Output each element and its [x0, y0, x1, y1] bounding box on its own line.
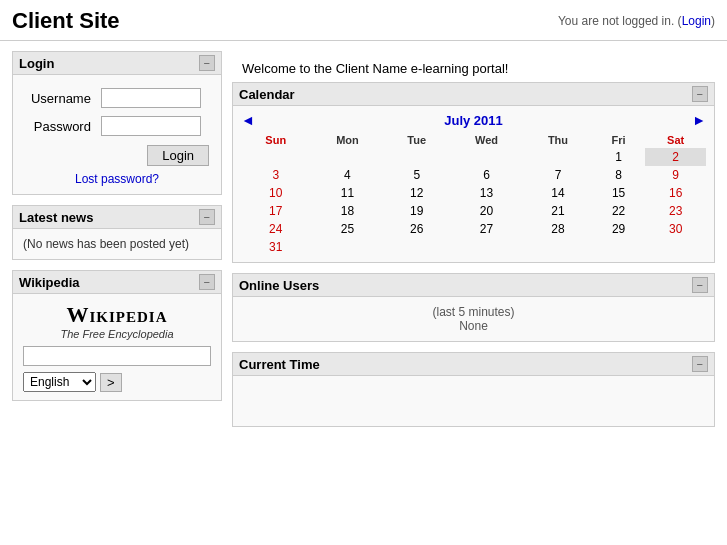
- lost-password-link[interactable]: Lost password?: [75, 172, 159, 186]
- news-box-title: Latest news: [19, 210, 93, 225]
- calendar-header-row: Sun Mon Tue Wed Thu Fri Sat: [241, 132, 706, 148]
- cal-day: 28: [524, 220, 592, 238]
- calendar-week-2: 10111213141516: [241, 184, 706, 202]
- cal-day: [592, 238, 645, 256]
- cal-day: [524, 148, 592, 166]
- online-users-box-collapse[interactable]: −: [692, 277, 708, 293]
- login-box-collapse[interactable]: −: [199, 55, 215, 71]
- username-row: Username: [25, 85, 209, 111]
- calendar-box-collapse[interactable]: −: [692, 86, 708, 102]
- cal-day: 21: [524, 202, 592, 220]
- login-box-title: Login: [19, 56, 54, 71]
- calendar-box-content: ◄ July 2011 ► Sun Mon Tue Wed Thu Fri Sa: [233, 106, 714, 262]
- cal-day: 2: [645, 148, 706, 166]
- wikipedia-box-title: Wikipedia: [19, 275, 80, 290]
- cal-header-mon: Mon: [311, 132, 385, 148]
- main-content: Login − Username Password Login: [0, 41, 727, 447]
- cal-day: [384, 148, 449, 166]
- password-row: Password: [25, 113, 209, 139]
- wikipedia-box-content: Wikipedia The Free Encyclopedia English …: [13, 294, 221, 400]
- cal-day: 13: [449, 184, 524, 202]
- calendar-box-header: Calendar −: [233, 83, 714, 106]
- cal-day: [311, 148, 385, 166]
- cal-day: 8: [592, 166, 645, 184]
- login-table: Username Password: [23, 83, 211, 141]
- wikipedia-go-button[interactable]: >: [100, 373, 122, 392]
- cal-day: [241, 148, 311, 166]
- wikipedia-logo-text: Wikipedia: [23, 302, 211, 328]
- online-users-box-header: Online Users −: [233, 274, 714, 297]
- cal-day: 20: [449, 202, 524, 220]
- cal-day: 12: [384, 184, 449, 202]
- cal-header-tue: Tue: [384, 132, 449, 148]
- wikipedia-logo: Wikipedia The Free Encyclopedia: [23, 302, 211, 340]
- cal-day: 14: [524, 184, 592, 202]
- login-button[interactable]: Login: [147, 145, 209, 166]
- calendar-nav: ◄ July 2011 ►: [241, 112, 706, 128]
- cal-day: 11: [311, 184, 385, 202]
- cal-day: 15: [592, 184, 645, 202]
- cal-day: 1: [592, 148, 645, 166]
- cal-day: [524, 238, 592, 256]
- login-button-row: Login: [23, 141, 211, 166]
- news-box-collapse[interactable]: −: [199, 209, 215, 225]
- password-input[interactable]: [101, 116, 201, 136]
- welcome-text: Welcome to the Client Name e-learning po…: [232, 51, 715, 82]
- calendar-header: Sun Mon Tue Wed Thu Fri Sat: [241, 132, 706, 148]
- cal-header-sun: Sun: [241, 132, 311, 148]
- calendar-prev-arrow[interactable]: ◄: [241, 112, 255, 128]
- cal-day: 9: [645, 166, 706, 184]
- calendar-week-4: 24252627282930: [241, 220, 706, 238]
- wikipedia-search-input[interactable]: [23, 346, 211, 366]
- cal-day: 25: [311, 220, 385, 238]
- right-column: Welcome to the Client Name e-learning po…: [232, 51, 715, 437]
- current-time-box-header: Current Time −: [233, 353, 714, 376]
- login-status: You are not logged in. (Login): [558, 14, 715, 28]
- calendar-box: Calendar − ◄ July 2011 ► Sun Mon Tue Wed: [232, 82, 715, 263]
- login-link[interactable]: Login: [682, 14, 711, 28]
- username-input[interactable]: [101, 88, 201, 108]
- lost-password-row: Lost password?: [23, 166, 211, 186]
- cal-day: [449, 148, 524, 166]
- current-time-box-title: Current Time: [239, 357, 320, 372]
- cal-day: 18: [311, 202, 385, 220]
- calendar-week-5: 31: [241, 238, 706, 256]
- online-users-box-content: (last 5 minutes) None: [233, 297, 714, 341]
- cal-day: 24: [241, 220, 311, 238]
- news-box-content: (No news has been posted yet): [13, 229, 221, 259]
- cal-day: 30: [645, 220, 706, 238]
- cal-day: 19: [384, 202, 449, 220]
- cal-day: [449, 238, 524, 256]
- news-box-header: Latest news −: [13, 206, 221, 229]
- news-box: Latest news − (No news has been posted y…: [12, 205, 222, 260]
- wikipedia-box-header: Wikipedia −: [13, 271, 221, 294]
- cal-day: 6: [449, 166, 524, 184]
- username-label: Username: [25, 85, 97, 111]
- news-text: (No news has been posted yet): [23, 237, 211, 251]
- cal-day: 26: [384, 220, 449, 238]
- wikipedia-box-collapse[interactable]: −: [199, 274, 215, 290]
- cal-day: 23: [645, 202, 706, 220]
- password-label: Password: [25, 113, 97, 139]
- calendar-next-arrow[interactable]: ►: [692, 112, 706, 128]
- left-column: Login − Username Password Login: [12, 51, 222, 437]
- current-time-box-content: [233, 376, 714, 426]
- cal-header-fri: Fri: [592, 132, 645, 148]
- site-title: Client Site: [12, 8, 120, 34]
- cal-header-sat: Sat: [645, 132, 706, 148]
- online-users-subtitle: (last 5 minutes): [243, 305, 704, 319]
- cal-day: 4: [311, 166, 385, 184]
- cal-day: 5: [384, 166, 449, 184]
- wikipedia-language-row: English Deutsch Español Français >: [23, 372, 211, 392]
- cal-day: 7: [524, 166, 592, 184]
- cal-day: [311, 238, 385, 256]
- cal-day: 22: [592, 202, 645, 220]
- wikipedia-language-select[interactable]: English Deutsch Español Français: [23, 372, 96, 392]
- cal-header-thu: Thu: [524, 132, 592, 148]
- cal-day: 27: [449, 220, 524, 238]
- online-users-box: Online Users − (last 5 minutes) None: [232, 273, 715, 342]
- calendar-week-3: 17181920212223: [241, 202, 706, 220]
- current-time-box-collapse[interactable]: −: [692, 356, 708, 372]
- cal-day: 17: [241, 202, 311, 220]
- current-time-box: Current Time −: [232, 352, 715, 427]
